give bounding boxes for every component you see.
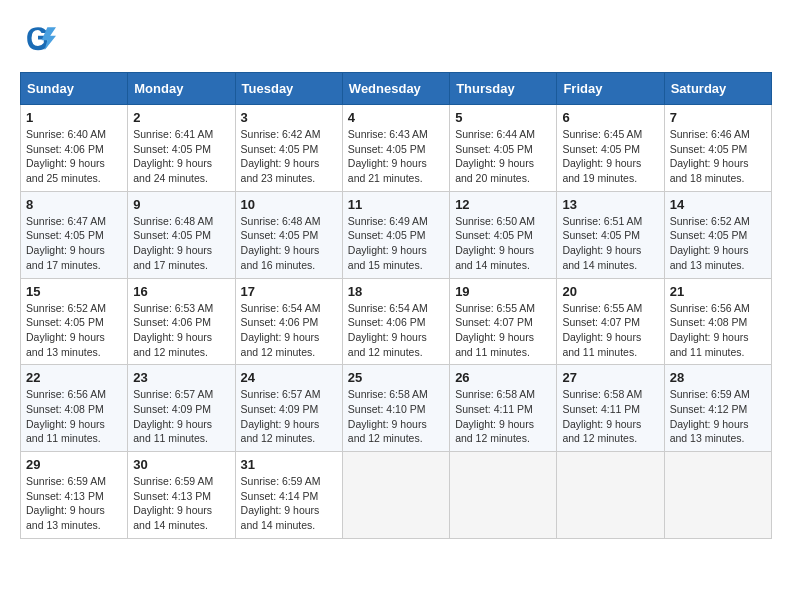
day-info: Sunrise: 6:40 AM Sunset: 4:06 PM Dayligh…: [26, 127, 122, 186]
sunset-label: Sunset: 4:05 PM: [133, 229, 211, 241]
day-info: Sunrise: 6:51 AM Sunset: 4:05 PM Dayligh…: [562, 214, 658, 273]
sunset-label: Sunset: 4:06 PM: [241, 316, 319, 328]
sunset-label: Sunset: 4:12 PM: [670, 403, 748, 415]
day-info: Sunrise: 6:58 AM Sunset: 4:10 PM Dayligh…: [348, 387, 444, 446]
logo-icon: [20, 20, 56, 56]
sunset-label: Sunset: 4:13 PM: [26, 490, 104, 502]
day-info: Sunrise: 6:59 AM Sunset: 4:13 PM Dayligh…: [26, 474, 122, 533]
day-info: Sunrise: 6:52 AM Sunset: 4:05 PM Dayligh…: [670, 214, 766, 273]
day-number: 26: [455, 370, 551, 385]
sunrise-label: Sunrise: 6:54 AM: [241, 302, 321, 314]
sunset-label: Sunset: 4:10 PM: [348, 403, 426, 415]
day-number: 3: [241, 110, 337, 125]
sunrise-label: Sunrise: 6:43 AM: [348, 128, 428, 140]
day-number: 19: [455, 284, 551, 299]
daylight-label: Daylight: 9 hours and 17 minutes.: [133, 244, 212, 271]
day-info: Sunrise: 6:54 AM Sunset: 4:06 PM Dayligh…: [348, 301, 444, 360]
calendar-cell: [557, 452, 664, 539]
daylight-label: Daylight: 9 hours and 11 minutes.: [455, 331, 534, 358]
calendar-cell: 22 Sunrise: 6:56 AM Sunset: 4:08 PM Dayl…: [21, 365, 128, 452]
daylight-label: Daylight: 9 hours and 12 minutes.: [348, 418, 427, 445]
day-info: Sunrise: 6:56 AM Sunset: 4:08 PM Dayligh…: [26, 387, 122, 446]
sunset-label: Sunset: 4:14 PM: [241, 490, 319, 502]
day-number: 11: [348, 197, 444, 212]
day-number: 15: [26, 284, 122, 299]
sunrise-label: Sunrise: 6:53 AM: [133, 302, 213, 314]
day-info: Sunrise: 6:53 AM Sunset: 4:06 PM Dayligh…: [133, 301, 229, 360]
calendar-cell: 6 Sunrise: 6:45 AM Sunset: 4:05 PM Dayli…: [557, 105, 664, 192]
calendar-table: SundayMondayTuesdayWednesdayThursdayFrid…: [20, 72, 772, 539]
calendar-cell: [664, 452, 771, 539]
calendar-cell: 14 Sunrise: 6:52 AM Sunset: 4:05 PM Dayl…: [664, 191, 771, 278]
sunset-label: Sunset: 4:06 PM: [26, 143, 104, 155]
day-number: 2: [133, 110, 229, 125]
daylight-label: Daylight: 9 hours and 14 minutes.: [455, 244, 534, 271]
day-info: Sunrise: 6:55 AM Sunset: 4:07 PM Dayligh…: [562, 301, 658, 360]
calendar-cell: 21 Sunrise: 6:56 AM Sunset: 4:08 PM Dayl…: [664, 278, 771, 365]
day-number: 1: [26, 110, 122, 125]
calendar-cell: 7 Sunrise: 6:46 AM Sunset: 4:05 PM Dayli…: [664, 105, 771, 192]
sunrise-label: Sunrise: 6:55 AM: [562, 302, 642, 314]
calendar-cell: 2 Sunrise: 6:41 AM Sunset: 4:05 PM Dayli…: [128, 105, 235, 192]
day-info: Sunrise: 6:43 AM Sunset: 4:05 PM Dayligh…: [348, 127, 444, 186]
day-number: 6: [562, 110, 658, 125]
calendar-week-4: 22 Sunrise: 6:56 AM Sunset: 4:08 PM Dayl…: [21, 365, 772, 452]
day-number: 8: [26, 197, 122, 212]
day-number: 7: [670, 110, 766, 125]
sunrise-label: Sunrise: 6:55 AM: [455, 302, 535, 314]
calendar-cell: 31 Sunrise: 6:59 AM Sunset: 4:14 PM Dayl…: [235, 452, 342, 539]
day-number: 25: [348, 370, 444, 385]
sunrise-label: Sunrise: 6:42 AM: [241, 128, 321, 140]
daylight-label: Daylight: 9 hours and 12 minutes.: [455, 418, 534, 445]
calendar-cell: 24 Sunrise: 6:57 AM Sunset: 4:09 PM Dayl…: [235, 365, 342, 452]
col-header-sunday: Sunday: [21, 73, 128, 105]
calendar-cell: 19 Sunrise: 6:55 AM Sunset: 4:07 PM Dayl…: [450, 278, 557, 365]
sunrise-label: Sunrise: 6:40 AM: [26, 128, 106, 140]
daylight-label: Daylight: 9 hours and 21 minutes.: [348, 157, 427, 184]
daylight-label: Daylight: 9 hours and 14 minutes.: [241, 504, 320, 531]
day-number: 20: [562, 284, 658, 299]
calendar-cell: 17 Sunrise: 6:54 AM Sunset: 4:06 PM Dayl…: [235, 278, 342, 365]
sunset-label: Sunset: 4:05 PM: [26, 316, 104, 328]
sunrise-label: Sunrise: 6:52 AM: [670, 215, 750, 227]
col-header-wednesday: Wednesday: [342, 73, 449, 105]
day-info: Sunrise: 6:47 AM Sunset: 4:05 PM Dayligh…: [26, 214, 122, 273]
sunrise-label: Sunrise: 6:56 AM: [26, 388, 106, 400]
sunset-label: Sunset: 4:05 PM: [348, 229, 426, 241]
sunrise-label: Sunrise: 6:59 AM: [670, 388, 750, 400]
day-number: 22: [26, 370, 122, 385]
sunset-label: Sunset: 4:05 PM: [241, 143, 319, 155]
daylight-label: Daylight: 9 hours and 12 minutes.: [348, 331, 427, 358]
daylight-label: Daylight: 9 hours and 11 minutes.: [26, 418, 105, 445]
daylight-label: Daylight: 9 hours and 14 minutes.: [562, 244, 641, 271]
daylight-label: Daylight: 9 hours and 23 minutes.: [241, 157, 320, 184]
col-header-monday: Monday: [128, 73, 235, 105]
sunset-label: Sunset: 4:11 PM: [455, 403, 533, 415]
col-header-friday: Friday: [557, 73, 664, 105]
header: [20, 20, 772, 56]
day-number: 5: [455, 110, 551, 125]
calendar-cell: 1 Sunrise: 6:40 AM Sunset: 4:06 PM Dayli…: [21, 105, 128, 192]
sunrise-label: Sunrise: 6:54 AM: [348, 302, 428, 314]
day-info: Sunrise: 6:44 AM Sunset: 4:05 PM Dayligh…: [455, 127, 551, 186]
day-number: 14: [670, 197, 766, 212]
logo: [20, 20, 60, 56]
daylight-label: Daylight: 9 hours and 15 minutes.: [348, 244, 427, 271]
calendar-cell: 16 Sunrise: 6:53 AM Sunset: 4:06 PM Dayl…: [128, 278, 235, 365]
calendar-cell: 25 Sunrise: 6:58 AM Sunset: 4:10 PM Dayl…: [342, 365, 449, 452]
day-number: 9: [133, 197, 229, 212]
header-row: SundayMondayTuesdayWednesdayThursdayFrid…: [21, 73, 772, 105]
day-info: Sunrise: 6:50 AM Sunset: 4:05 PM Dayligh…: [455, 214, 551, 273]
sunrise-label: Sunrise: 6:49 AM: [348, 215, 428, 227]
sunset-label: Sunset: 4:05 PM: [455, 143, 533, 155]
sunrise-label: Sunrise: 6:58 AM: [455, 388, 535, 400]
sunset-label: Sunset: 4:05 PM: [26, 229, 104, 241]
daylight-label: Daylight: 9 hours and 13 minutes.: [26, 331, 105, 358]
calendar-cell: 12 Sunrise: 6:50 AM Sunset: 4:05 PM Dayl…: [450, 191, 557, 278]
day-info: Sunrise: 6:54 AM Sunset: 4:06 PM Dayligh…: [241, 301, 337, 360]
calendar-cell: 11 Sunrise: 6:49 AM Sunset: 4:05 PM Dayl…: [342, 191, 449, 278]
day-number: 30: [133, 457, 229, 472]
sunrise-label: Sunrise: 6:58 AM: [562, 388, 642, 400]
sunset-label: Sunset: 4:05 PM: [562, 229, 640, 241]
calendar-cell: 9 Sunrise: 6:48 AM Sunset: 4:05 PM Dayli…: [128, 191, 235, 278]
